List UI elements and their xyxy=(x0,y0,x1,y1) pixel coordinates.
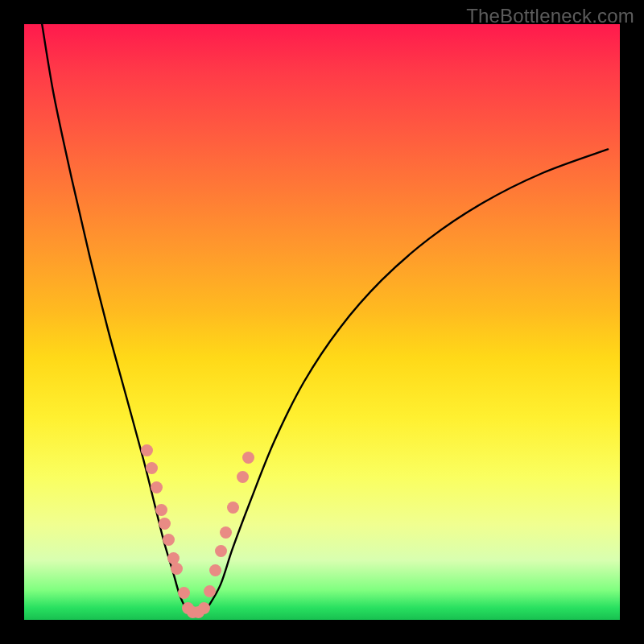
data-marker xyxy=(227,502,239,514)
marker-layer xyxy=(24,24,620,620)
data-marker xyxy=(209,564,221,576)
data-marker xyxy=(220,526,232,539)
data-marker xyxy=(146,462,158,474)
data-marker xyxy=(215,545,227,557)
data-marker xyxy=(171,563,183,575)
plot-area xyxy=(24,24,620,620)
data-marker xyxy=(242,452,254,464)
chart-frame: TheBottleneck.com xyxy=(0,0,644,644)
data-marker xyxy=(237,471,249,483)
data-marker xyxy=(178,587,190,599)
data-marker xyxy=(151,481,163,493)
data-marker xyxy=(204,585,216,597)
data-marker xyxy=(159,518,171,530)
data-marker xyxy=(163,534,175,546)
data-marker xyxy=(155,504,167,516)
data-marker xyxy=(198,602,210,614)
data-marker xyxy=(141,444,153,456)
